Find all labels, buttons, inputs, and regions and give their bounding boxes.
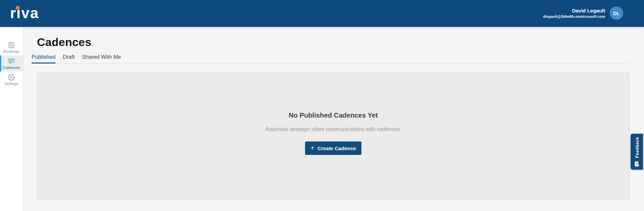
feedback-label: Feedback [634,137,639,158]
sidebar-item-settings[interactable]: Settings [0,72,23,88]
sidebar-item-bookings[interactable]: Bookings [0,39,23,55]
user-menu[interactable]: David Legault dlegault@2k6w8h.onmicrosof… [543,6,623,20]
sidebar-item-label: Bookings [3,50,19,54]
feedback-tab-inner: Feedback [631,134,643,170]
main-content: Cadences Published Draft Shared With Me … [23,27,644,211]
app-header: riva David Legault dlegault@2k6w8h.onmic… [0,0,644,27]
user-info: David Legault dlegault@2k6w8h.onmicrosof… [543,8,605,19]
avatar[interactable]: DL [610,6,623,20]
feedback-tab[interactable]: Feedback [631,134,643,170]
create-cadence-button[interactable]: + Create Cadence [305,141,361,155]
create-cadence-label: Create Cadence [317,145,356,151]
message-bubble-icon [8,57,15,65]
empty-state-subtitle: Automate strategic client communications… [265,126,401,132]
plus-icon: + [310,144,314,151]
tab-published[interactable]: Published [32,54,55,63]
logo-i-dot [16,6,19,10]
tab-bar: Published Draft Shared With Me [32,54,630,64]
sidebar-item-label: Cadences [3,66,20,70]
logo-text: riva [10,6,39,20]
feedback-smiley-icon [634,161,640,167]
empty-state-title: No Published Cadences Yet [289,112,378,119]
empty-state-panel: No Published Cadences Yet Automate strat… [37,73,630,200]
sidebar: Bookings Cadences Settings [0,27,23,211]
page-title: Cadences [37,36,630,49]
user-name: David Legault [543,8,605,14]
sidebar-item-label: Settings [4,82,18,86]
gear-icon [8,73,15,81]
tab-draft[interactable]: Draft [63,54,75,63]
user-email: dlegault@2k6w8h.onmicrosoft.com [543,14,605,18]
sidebar-item-cadences[interactable]: Cadences [0,55,23,72]
riva-logo[interactable]: riva [10,6,39,20]
tab-shared-with-me[interactable]: Shared With Me [82,54,121,63]
calendar-booking-icon [8,41,15,49]
